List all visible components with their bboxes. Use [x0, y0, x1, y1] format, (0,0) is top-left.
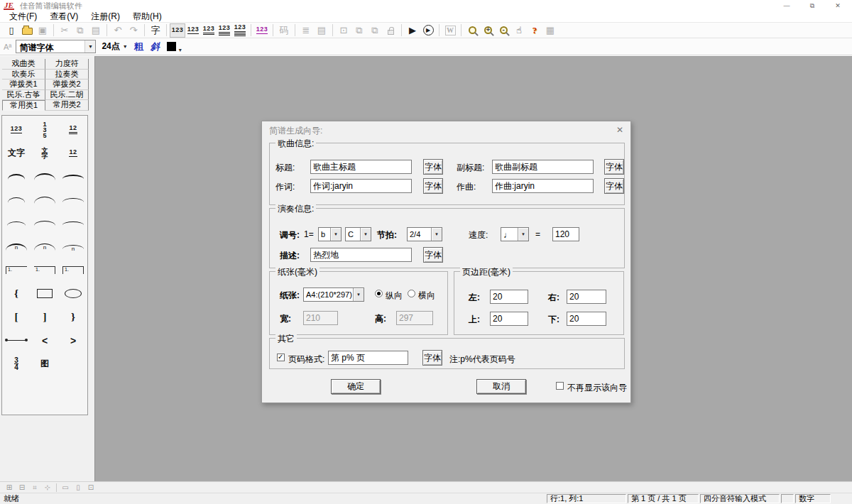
key-note-combobox[interactable]: C▼: [345, 227, 371, 241]
sym-slur-flat-1[interactable]: [2, 212, 31, 235]
play-circle-button[interactable]: ▶: [420, 23, 436, 38]
octave-line2-button[interactable]: 123: [201, 23, 217, 38]
sym-slur-flat-3[interactable]: [59, 212, 87, 235]
menu-register[interactable]: 注册(R): [84, 11, 126, 23]
sym-slur-bold-small[interactable]: [2, 165, 31, 188]
menu-view[interactable]: 查看(V): [43, 11, 84, 23]
sym-slur-thin-small[interactable]: [2, 188, 31, 212]
italic-button[interactable]: 斜: [147, 40, 163, 53]
font-size-combobox[interactable]: 24点 ▼: [102, 40, 130, 53]
chevron-down-icon[interactable]: ▼: [120, 40, 131, 53]
font-name-combobox[interactable]: 简谱字体 ▼: [16, 40, 96, 53]
chevron-down-icon[interactable]: ▼: [330, 228, 341, 241]
margin-left-input[interactable]: [490, 290, 528, 304]
sym-picture[interactable]: 图: [31, 352, 59, 376]
tab-tanbo1[interactable]: 弹拨类1: [2, 80, 45, 90]
sym-volta-both[interactable]: 1.: [59, 258, 87, 282]
tab-minyue-guzheng[interactable]: 民乐.古筝: [2, 90, 45, 101]
margin-right-input[interactable]: [567, 290, 606, 304]
chevron-down-icon[interactable]: ▼: [360, 228, 371, 241]
sym-tuplet-bold[interactable]: n: [2, 235, 31, 258]
open-file-button[interactable]: [19, 23, 35, 38]
sym-brace-open[interactable]: {: [2, 282, 31, 305]
tab-lidufu[interactable]: 力度符: [45, 59, 89, 70]
sym-crescendo[interactable]: <: [31, 329, 59, 352]
print-preview-button[interactable]: [464, 23, 480, 38]
tab-tanbo2[interactable]: 弹拨类2: [45, 80, 89, 90]
sym-volta-left[interactable]: 1.: [2, 258, 31, 282]
description-input[interactable]: [310, 248, 412, 262]
sym-rectangle[interactable]: [31, 282, 59, 305]
octave-line3-button[interactable]: 123: [217, 23, 232, 38]
page-format-input[interactable]: [328, 351, 408, 365]
octave-accent-button[interactable]: 123: [254, 23, 270, 38]
tab-minyue-erhu[interactable]: 民乐.二胡: [45, 90, 89, 101]
title-font-button[interactable]: 字体: [423, 159, 443, 175]
sym-slur-bold-medium[interactable]: [31, 165, 59, 188]
tab-changyong1[interactable]: 常用类1: [2, 100, 45, 111]
font-char-button[interactable]: 字: [148, 23, 163, 38]
sym-123-underline[interactable]: 123: [2, 118, 31, 141]
close-button[interactable]: ✕: [825, 0, 851, 11]
zoom-out-button[interactable]: [496, 23, 511, 38]
sym-slur-thin-flat[interactable]: [59, 188, 87, 212]
bold-button[interactable]: 粗: [131, 40, 147, 53]
restore-button[interactable]: ⧉: [799, 0, 825, 11]
margin-bottom-input[interactable]: [567, 312, 606, 326]
margin-top-input[interactable]: [490, 312, 528, 326]
chevron-down-icon[interactable]: ▼: [84, 40, 95, 53]
sym-ellipse[interactable]: [59, 282, 87, 305]
subtitle-input[interactable]: [492, 160, 594, 174]
sym-slur-thin-medium[interactable]: [31, 188, 59, 212]
sym-line-dots[interactable]: [2, 329, 31, 352]
sym-bracket-open[interactable]: [: [2, 305, 31, 329]
title-input[interactable]: [310, 160, 412, 174]
dialog-close-icon[interactable]: ✕: [614, 124, 626, 136]
ok-button[interactable]: 确定: [331, 379, 381, 394]
sym-tuplet-thin[interactable]: n: [31, 235, 59, 258]
tab-xiqu[interactable]: 戏曲类: [2, 59, 45, 70]
minimize-button[interactable]: —: [774, 0, 799, 11]
tab-changyong2[interactable]: 常用类2: [45, 100, 89, 111]
sym-volta-right[interactable]: 1.: [31, 258, 59, 282]
sym-135-stack[interactable]: 1 3 5: [31, 118, 59, 141]
chevron-down-icon[interactable]: ▼: [353, 288, 364, 301]
sym-text-vertical[interactable]: 文 字: [31, 141, 59, 165]
sym-brace-close[interactable]: }: [59, 305, 87, 329]
sym-decrescendo[interactable]: >: [59, 329, 87, 352]
zoom-in-button[interactable]: [480, 23, 496, 38]
composer-input[interactable]: [492, 179, 594, 193]
tab-chuizou[interactable]: 吹奏乐: [2, 70, 45, 80]
lyricist-font-button[interactable]: 字体: [423, 178, 443, 194]
page-format-font-button[interactable]: 字体: [422, 350, 442, 366]
subtitle-font-button[interactable]: 字体: [604, 159, 624, 175]
chevron-down-icon[interactable]: ▼: [518, 228, 528, 241]
tab-lazou[interactable]: 拉奏类: [45, 70, 89, 80]
description-font-button[interactable]: 字体: [423, 247, 443, 263]
tempo-note-combobox[interactable]: ♩▼: [501, 227, 529, 241]
octave-plain-button[interactable]: 123: [170, 23, 185, 38]
sym-12-underline2[interactable]: 12: [59, 118, 87, 141]
chevron-down-icon[interactable]: ▼: [431, 228, 442, 241]
paper-size-combobox[interactable]: A4:(210*297)▼: [303, 287, 364, 302]
cancel-button[interactable]: 取消: [476, 379, 526, 394]
hand-tool-button[interactable]: ☝: [511, 23, 527, 38]
sym-text-horizontal[interactable]: 文字: [2, 141, 31, 165]
meter-combobox[interactable]: 2/4▼: [407, 227, 442, 241]
tempo-input[interactable]: [552, 227, 579, 241]
sym-bracket-close[interactable]: ]: [31, 305, 59, 329]
octave-line4-button[interactable]: 123: [232, 23, 248, 38]
octave-line1-button[interactable]: 123: [185, 23, 201, 38]
dont-show-checkbox[interactable]: [556, 382, 564, 390]
sym-slur-flat-2[interactable]: [31, 212, 59, 235]
font-color-swatch[interactable]: ▾: [167, 42, 176, 51]
menu-file[interactable]: 文件(F): [3, 11, 43, 23]
play-button[interactable]: ▶: [405, 23, 420, 38]
lyricist-input[interactable]: [310, 179, 412, 193]
portrait-radio[interactable]: [375, 290, 383, 297]
sym-tuplet-open[interactable]: n: [59, 235, 87, 258]
key-accidental-combobox[interactable]: b▼: [318, 227, 342, 241]
composer-font-button[interactable]: 字体: [604, 178, 624, 194]
sym-fraction-34[interactable]: 34: [2, 352, 31, 376]
menu-help[interactable]: 帮助(H): [126, 11, 168, 23]
